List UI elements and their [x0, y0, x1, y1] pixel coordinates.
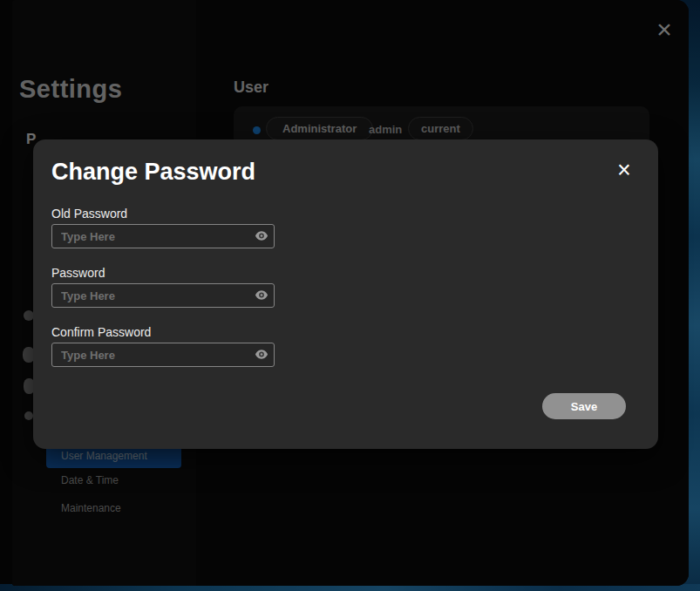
eye-icon[interactable]: [255, 350, 268, 359]
old-password-label: Old Password: [51, 207, 127, 221]
confirm-password-input[interactable]: [51, 343, 275, 367]
password-input[interactable]: [51, 283, 275, 308]
confirm-password-label: Confirm Password: [51, 325, 151, 339]
modal-close-icon[interactable]: ×: [610, 157, 638, 185]
eye-icon[interactable]: [255, 231, 268, 241]
password-field-wrap: [51, 283, 275, 308]
save-button[interactable]: Save: [542, 393, 626, 419]
password-label: Password: [51, 266, 105, 280]
change-password-modal: Change Password × Old Password Password …: [33, 139, 658, 449]
modal-title: Change Password: [51, 159, 255, 186]
confirm-password-field-wrap: [51, 343, 275, 367]
eye-icon[interactable]: [255, 290, 268, 300]
old-password-input[interactable]: [51, 224, 275, 248]
old-password-field-wrap: [51, 224, 275, 248]
